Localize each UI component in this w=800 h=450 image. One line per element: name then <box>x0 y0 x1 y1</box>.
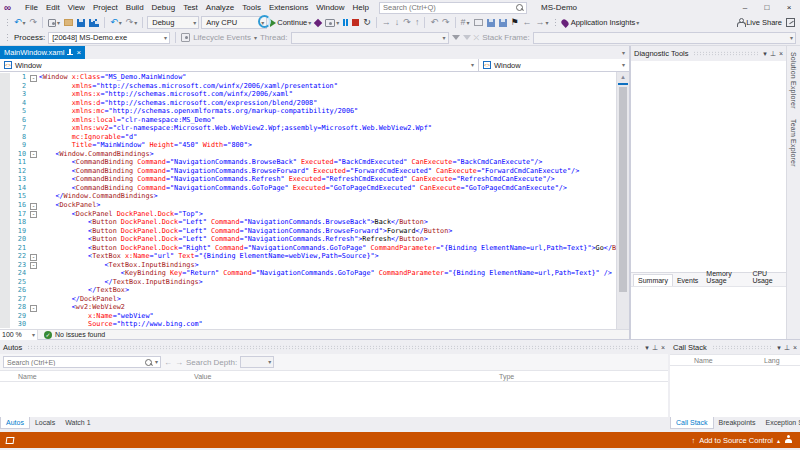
hot-reload-button[interactable] <box>314 16 322 29</box>
thread-dropdown[interactable]: ▾ <box>291 32 449 44</box>
breakpoint-gutter[interactable] <box>0 218 10 227</box>
syntax-visualizer-button[interactable]: #▾ <box>460 16 471 29</box>
breakpoint-gutter[interactable] <box>0 277 10 286</box>
menu-help[interactable]: Help <box>349 2 373 13</box>
process-dropdown[interactable]: [20648] MS-Demo.exe▾ <box>48 32 170 44</box>
autos-header[interactable]: Autos ▾ ⊥ × <box>0 341 668 354</box>
breadcrumb-element-dropdown[interactable]: <> Window ▾ <box>0 59 479 71</box>
breakpoint-gutter[interactable] <box>0 167 10 176</box>
call-stack-header[interactable]: Call Stack ▾ ⊥ × <box>670 341 800 354</box>
menu-analyze[interactable]: Analyze <box>202 2 238 13</box>
send-feedback-button[interactable] <box>785 16 796 29</box>
autos-search-box[interactable]: ▾ <box>3 356 161 368</box>
scrollbar-thumb[interactable] <box>619 87 627 292</box>
diagnostic-tools-header[interactable]: Diagnostic Tools ▾ ⊥ × <box>631 46 786 61</box>
chevron-up-icon[interactable]: ▴ <box>777 437 780 444</box>
breakpoint-gutter[interactable] <box>0 107 10 116</box>
step-into-button[interactable]: ↓ <box>394 16 401 29</box>
code-editor[interactable]: 1-<Window x:Class="MS_Demo.MainWindow"2 … <box>0 72 629 329</box>
breakpoint-gutter[interactable] <box>0 235 10 244</box>
flag-filter-icon[interactable] <box>463 35 471 40</box>
frames-button[interactable] <box>473 16 484 29</box>
breakpoint-gutter[interactable] <box>0 133 10 142</box>
redo-button[interactable]: ↷▾ <box>125 16 139 29</box>
live-share-button[interactable]: Live Share <box>735 16 783 29</box>
stop-debugging-button[interactable] <box>351 16 360 29</box>
menu-tools[interactable]: Tools <box>238 2 265 13</box>
breakpoint-gutter[interactable] <box>0 286 10 295</box>
breakpoint-gutter[interactable] <box>0 320 10 329</box>
collapse-box-icon[interactable]: - <box>30 305 37 312</box>
bottom-tab-autos[interactable]: Autos <box>0 417 30 429</box>
restart-button[interactable]: ↻ <box>362 16 372 29</box>
call-stack-content[interactable] <box>670 366 800 417</box>
window-position-dropdown-icon[interactable]: ▾ <box>777 343 781 352</box>
close-icon[interactable]: × <box>779 49 783 58</box>
save-all-button[interactable] <box>88 16 100 29</box>
column-header-type[interactable]: Type <box>499 373 668 380</box>
tab-mainwindow-xaml[interactable]: MainWindow.xaml × <box>0 46 85 59</box>
show-next-statement-button[interactable]: → <box>381 16 392 29</box>
bottom-tab-watch-1[interactable]: Watch 1 <box>60 417 95 428</box>
menu-extensions[interactable]: Extensions <box>265 2 312 13</box>
bookmark-button[interactable]: ⚑ <box>510 16 520 29</box>
autos-content[interactable] <box>0 382 668 417</box>
bottom-tab-breakpoints[interactable]: Breakpoints <box>714 417 761 428</box>
menu-debug[interactable]: Debug <box>148 2 180 13</box>
maximize-button[interactable]: □ <box>756 2 778 13</box>
column-header-name[interactable]: Name <box>0 373 194 380</box>
add-to-source-control-button[interactable]: Add to Source Control <box>699 436 773 445</box>
breakpoint-gutter[interactable] <box>0 82 10 91</box>
search-back-icon[interactable]: ← <box>164 358 172 367</box>
toolbar-grip[interactable] <box>6 18 9 27</box>
breakpoint-gutter[interactable] <box>0 243 10 252</box>
breakpoint-gutter[interactable] <box>0 294 10 303</box>
column-header-name[interactable]: Name <box>670 357 764 364</box>
breakpoint-gutter[interactable] <box>0 260 10 269</box>
collapse-box-icon[interactable]: - <box>30 75 37 82</box>
stack-frame-dropdown[interactable]: ▾ <box>533 32 796 44</box>
scroll-up-icon[interactable]: ▴ <box>617 72 629 81</box>
document-list-dropdown-icon[interactable]: ▾ <box>622 49 625 57</box>
save-button[interactable] <box>76 16 86 29</box>
document-forward-button[interactable] <box>486 16 496 29</box>
editor-zoom-dropdown[interactable]: 100 % ▾ <box>0 330 38 340</box>
editor-vertical-scrollbar[interactable]: ▴ <box>616 72 629 329</box>
pin-icon[interactable] <box>67 49 73 57</box>
collapse-box-icon[interactable]: - <box>30 151 37 158</box>
undo-button[interactable]: ↶▾ <box>109 16 123 29</box>
collapse-box-icon[interactable]: - <box>30 211 37 218</box>
breakpoint-gutter[interactable] <box>0 269 10 278</box>
break-all-button[interactable] <box>342 16 349 29</box>
step-out-button[interactable]: ↑ <box>414 16 421 29</box>
pin-icon[interactable]: ⊥ <box>652 343 658 352</box>
menu-project[interactable]: Project <box>89 2 122 13</box>
window-position-dropdown-icon[interactable]: ▾ <box>763 49 767 58</box>
breakpoint-gutter[interactable] <box>0 116 10 125</box>
lifecycle-events-button[interactable]: Lifecycle Events <box>193 33 251 42</box>
breadcrumb-member-dropdown[interactable]: <> Window ▾ <box>479 59 629 71</box>
collapse-box-icon[interactable]: - <box>30 262 37 269</box>
menu-edit[interactable]: Edit <box>42 2 64 13</box>
next-bookmark-button[interactable]: →▾ <box>535 16 550 29</box>
minimize-button[interactable]: – <box>734 2 756 13</box>
search-input[interactable] <box>380 3 515 12</box>
breakpoint-gutter[interactable] <box>0 90 10 99</box>
application-insights-button[interactable]: Application Insights▾ <box>561 16 641 29</box>
breakpoint-gutter[interactable] <box>0 141 10 150</box>
step-over-button[interactable]: ↷ <box>402 16 412 29</box>
search-forward-icon[interactable]: → <box>175 358 183 367</box>
toolbar-grip[interactable] <box>554 18 557 27</box>
fold-toggle-icon[interactable]: - <box>28 149 39 158</box>
open-file-button[interactable] <box>63 16 74 29</box>
feedback-icon[interactable] <box>784 435 794 445</box>
bottom-tab-call-stack[interactable]: Call Stack <box>670 417 714 429</box>
breakpoint-gutter[interactable] <box>0 73 10 82</box>
filter-icon[interactable] <box>452 35 460 40</box>
diag-tab-summary[interactable]: Summary <box>633 274 673 286</box>
breakpoint-gutter[interactable] <box>0 303 10 312</box>
search-depth-dropdown[interactable]: ▾ <box>240 356 274 368</box>
column-header-value[interactable]: Value <box>194 373 499 380</box>
breakpoint-gutter[interactable] <box>0 209 10 218</box>
breakpoint-gutter[interactable] <box>0 175 10 184</box>
